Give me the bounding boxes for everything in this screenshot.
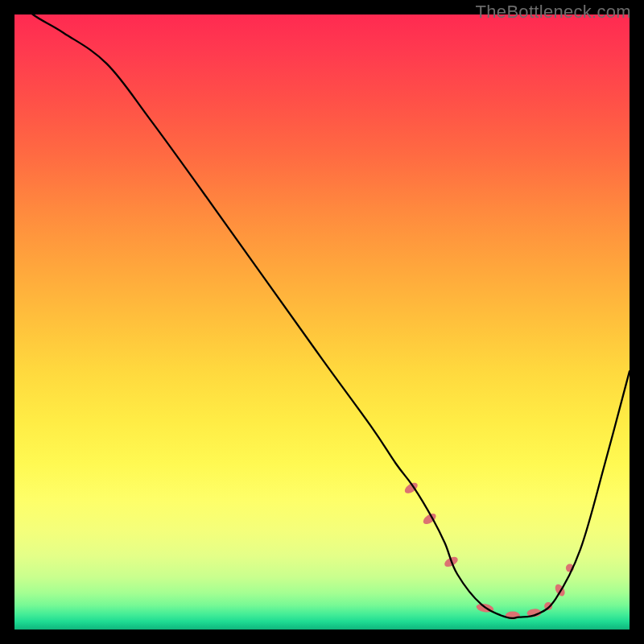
watermark-text: TheBottleneck.com <box>476 2 631 23</box>
bottleneck-curve-line <box>14 0 630 618</box>
highlight-markers <box>403 481 574 619</box>
gradient-plot-area <box>14 14 630 630</box>
chart-stage: TheBottleneck.com <box>0 0 644 644</box>
curve-svg <box>14 14 630 630</box>
